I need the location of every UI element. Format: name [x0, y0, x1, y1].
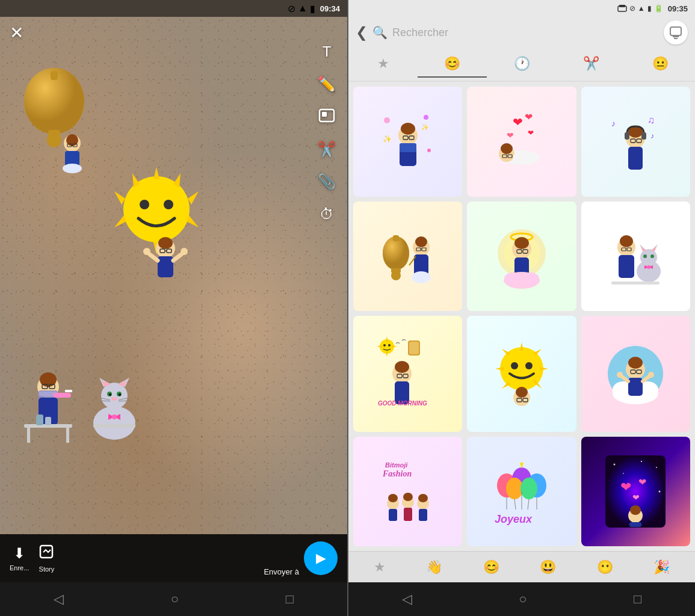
pencil-tool-button[interactable]: ✏️	[316, 73, 338, 95]
timer-tool-button[interactable]: ⏱	[316, 203, 338, 225]
svg-point-13	[63, 164, 82, 173]
svg-rect-81	[400, 143, 416, 152]
svg-rect-94	[513, 154, 537, 162]
emoji-tab-party[interactable]: 🎉	[653, 559, 670, 575]
tab-favorites[interactable]: ★	[348, 51, 418, 78]
right-panel: ⊘ ▲ ▮ 🔋 09:35 ❮ 🔍 Rechercher ★ 😊 🕐 ✂️ 😐	[348, 0, 695, 616]
sticker-sun-big[interactable]	[467, 316, 576, 432]
sticker-pack-button[interactable]	[664, 20, 688, 45]
svg-point-110	[391, 271, 401, 280]
recents-nav-left[interactable]: □	[286, 591, 294, 607]
svg-marker-151	[386, 351, 388, 357]
sticker-music[interactable]: ♪ ♫ ♪	[581, 87, 690, 197]
tab-smiley[interactable]: 😐	[626, 51, 695, 78]
text-tool-button[interactable]: T	[316, 41, 338, 63]
svg-rect-49	[45, 417, 51, 425]
back-nav-right[interactable]: ◁	[402, 591, 412, 607]
sticker-bell-scene[interactable]	[12, 65, 108, 176]
sticker-galaxy-hearts[interactable]: ❤ ❤ ❤	[581, 437, 690, 547]
svg-point-67	[112, 414, 117, 419]
sticker-cat[interactable]	[581, 202, 690, 312]
svg-marker-152	[377, 345, 382, 348]
svg-marker-165	[540, 367, 548, 371]
recents-nav-right[interactable]: □	[634, 591, 641, 607]
svg-text:✨: ✨	[421, 123, 429, 131]
svg-text:❤: ❤	[638, 477, 646, 487]
svg-text:GOOD MORNING: GOOD MORNING	[378, 400, 427, 407]
svg-point-215	[614, 463, 616, 465]
svg-text:❤: ❤	[513, 116, 523, 129]
svg-rect-133	[619, 255, 634, 278]
sticker-good-morning[interactable]: GOOD MORNING	[353, 316, 462, 432]
svg-marker-17	[187, 215, 199, 227]
sticker-joyeux[interactable]: Joyeux	[467, 437, 576, 547]
emoji-tab-wave[interactable]: 👋	[426, 559, 442, 575]
toolbar-right: T ✏️ ✂️ 📎 ⏱	[316, 41, 338, 225]
left-panel: ⊘ ▲ ▮ 09:34 ✕ T ✏️ ✂️ 📎 ⏱	[0, 0, 347, 616]
save-button[interactable]: ⬇ Enre...	[10, 545, 29, 571]
svg-point-206	[520, 478, 537, 499]
svg-text:♪: ♪	[611, 119, 616, 128]
svg-point-173	[525, 362, 533, 369]
svg-point-224	[630, 505, 641, 515]
svg-point-172	[511, 362, 518, 369]
story-icon	[39, 544, 54, 563]
emoji-tab-neutral[interactable]: 😶	[597, 559, 613, 575]
emoji-tab-star[interactable]: ★	[374, 559, 386, 575]
svg-rect-196	[404, 508, 412, 521]
sticker-bell[interactable]	[353, 202, 462, 312]
svg-point-175	[516, 387, 528, 398]
svg-point-189	[617, 372, 623, 378]
svg-marker-164	[520, 342, 524, 351]
svg-marker-150	[392, 345, 397, 348]
svg-point-146	[647, 265, 650, 269]
svg-point-24	[164, 200, 173, 209]
emoji-tab-smile[interactable]: 😊	[483, 559, 499, 575]
send-button[interactable]: ▶	[304, 541, 338, 575]
sticker-tool-button[interactable]	[316, 106, 338, 128]
paperclip-tool-button[interactable]: 📎	[316, 171, 338, 192]
sticker-glow[interactable]	[467, 202, 576, 312]
svg-point-217	[641, 461, 642, 462]
tab-recent[interactable]: 🕐	[487, 51, 556, 78]
search-bar: ❮ 🔍 Rechercher	[348, 17, 695, 48]
svg-point-113	[415, 236, 427, 247]
svg-rect-71	[619, 5, 625, 7]
home-nav-left[interactable]: ○	[171, 591, 179, 607]
svg-text:❤: ❤	[525, 112, 533, 122]
send-label: Envoyer à	[264, 567, 299, 576]
svg-line-211	[528, 499, 529, 510]
story-button[interactable]: Story	[39, 544, 54, 573]
sticker-bitmoji-love[interactable]: ✨ ✨	[353, 87, 462, 197]
svg-rect-47	[66, 428, 69, 443]
tab-emoji[interactable]: 😊	[418, 51, 487, 78]
sticker-brush-cat-scene[interactable]	[12, 357, 156, 479]
category-tabs: ★ 😊 🕐 ✂️ 😐	[348, 48, 695, 82]
svg-rect-103	[625, 132, 629, 140]
back-button[interactable]: ❮	[356, 24, 368, 41]
svg-point-50	[93, 406, 135, 440]
svg-text:Joyeux: Joyeux	[495, 513, 533, 525]
sticker-bed[interactable]	[581, 316, 690, 432]
search-input[interactable]: Rechercher	[392, 26, 659, 39]
svg-rect-104	[641, 132, 646, 140]
svg-text:❤: ❤	[507, 131, 514, 140]
svg-rect-69	[40, 546, 52, 558]
sticker-hearts[interactable]: ❤ ❤ ❤ ❤	[467, 87, 576, 197]
sticker-fashion[interactable]: Bitmoji Fashion	[353, 437, 462, 547]
back-nav-left[interactable]: ◁	[54, 591, 64, 607]
status-bar-right: ⊘ ▲ ▮ 🔋 09:35	[348, 0, 695, 17]
svg-text:♫: ♫	[647, 115, 655, 125]
tab-scissors[interactable]: ✂️	[557, 51, 626, 78]
emoji-tab-happy[interactable]: 😃	[540, 559, 556, 575]
close-button[interactable]: ✕	[10, 23, 23, 43]
svg-point-76	[424, 115, 428, 120]
sticker-sun-scene[interactable]	[102, 161, 223, 284]
svg-point-199	[388, 494, 398, 502]
svg-point-137	[640, 249, 657, 266]
home-nav-right[interactable]: ○	[519, 591, 527, 607]
svg-rect-1	[322, 112, 327, 117]
no-sim-right-icon: ⊘	[629, 4, 635, 13]
status-bar-left: ⊘ ▲ ▮ 09:34	[0, 0, 347, 17]
scissors-tool-button[interactable]: ✂️	[316, 138, 338, 160]
